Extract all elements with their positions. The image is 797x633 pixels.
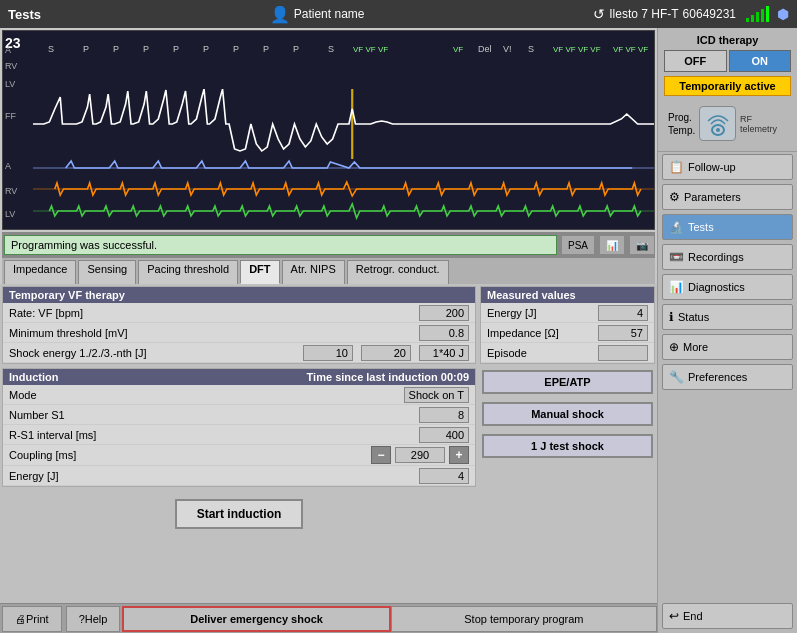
stop-program-button[interactable]: Stop temporary program bbox=[391, 606, 657, 632]
parameters-label: Parameters bbox=[684, 191, 741, 203]
end-label: End bbox=[683, 610, 703, 622]
svg-text:P: P bbox=[263, 44, 269, 54]
svg-text:VF: VF bbox=[453, 45, 463, 54]
print-button[interactable]: 🖨 Print bbox=[2, 606, 62, 632]
start-induction-container: Start induction bbox=[2, 491, 476, 537]
status-icons: ⬢ bbox=[746, 6, 789, 22]
coupling-value: 290 bbox=[395, 447, 445, 463]
svg-text:VF VF VF VF: VF VF VF VF bbox=[553, 45, 601, 54]
svg-text:VF VF VF: VF VF VF bbox=[613, 45, 648, 54]
svg-text:P: P bbox=[293, 44, 299, 54]
icd-on-button[interactable]: ON bbox=[729, 50, 792, 72]
prog-label: Prog. bbox=[668, 112, 695, 123]
vf-therapy-section: Temporary VF therapy Rate: VF [bpm] 200 … bbox=[2, 286, 476, 364]
shock-energy-3: 1*40 J bbox=[419, 345, 469, 361]
app-title: Tests bbox=[8, 7, 41, 22]
device-model: Ilesto 7 HF-T bbox=[609, 7, 678, 21]
shock-energy-row: Shock energy 1./2./3.-nth [J] 10 20 1*40… bbox=[3, 343, 475, 363]
coupling-controls: − 290 + bbox=[371, 446, 469, 464]
tests-button[interactable]: 🔬 Tests bbox=[662, 214, 793, 240]
svg-text:P: P bbox=[173, 44, 179, 54]
tab-dft[interactable]: DFT bbox=[240, 260, 279, 284]
status-bar: Programming was successful. PSA 📊 📷 bbox=[2, 232, 655, 258]
svg-text:VF VF VF: VF VF VF bbox=[353, 45, 388, 54]
svg-text:P: P bbox=[203, 44, 209, 54]
right-content: Measured values Energy [J] 4 Impedance [… bbox=[480, 286, 655, 601]
preferences-button[interactable]: 🔧 Preferences bbox=[662, 364, 793, 390]
svg-text:Del: Del bbox=[478, 44, 492, 54]
tab-pacing-threshold[interactable]: Pacing threshold bbox=[138, 260, 238, 284]
mode-row: Mode Shock on T bbox=[3, 385, 475, 405]
tests-icon: 🔬 bbox=[669, 220, 684, 234]
recordings-button[interactable]: 📼 Recordings bbox=[662, 244, 793, 270]
measured-values-section: Measured values Energy [J] 4 Impedance [… bbox=[480, 286, 655, 364]
energy-row: Energy [J] 4 bbox=[3, 466, 475, 486]
measured-energy-row: Energy [J] 4 bbox=[481, 303, 654, 323]
measured-impedance-row: Impedance [Ω] 57 bbox=[481, 323, 654, 343]
bluetooth-icon: ⬢ bbox=[777, 6, 789, 22]
rate-label: Rate: VF [bpm] bbox=[9, 307, 419, 319]
more-button[interactable]: ⊕ More bbox=[662, 334, 793, 360]
more-label: More bbox=[683, 341, 708, 353]
follow-up-button[interactable]: 📋 Follow-up bbox=[662, 154, 793, 180]
diagnostics-button[interactable]: 📊 Diagnostics bbox=[662, 274, 793, 300]
start-induction-button[interactable]: Start induction bbox=[175, 499, 304, 529]
chart-button[interactable]: 📊 bbox=[599, 235, 625, 255]
status-text: Programming was successful. bbox=[11, 239, 157, 251]
tab-sensing[interactable]: Sensing bbox=[78, 260, 136, 284]
end-icon: ↩ bbox=[669, 609, 679, 623]
icd-off-button[interactable]: OFF bbox=[664, 50, 727, 72]
measured-impedance-value: 57 bbox=[598, 325, 648, 341]
test-shock-button[interactable]: 1 J test shock bbox=[482, 434, 653, 458]
left-panel: 23 A RV LV FF A RV LV S P P P P P P bbox=[0, 28, 657, 633]
shock-energy-1: 10 bbox=[303, 345, 353, 361]
shock-energy-values: 10 20 1*40 J bbox=[303, 345, 469, 361]
svg-point-23 bbox=[716, 128, 720, 132]
rate-row: Rate: VF [bpm] 200 bbox=[3, 303, 475, 323]
parameters-button[interactable]: ⚙ Parameters bbox=[662, 184, 793, 210]
svg-text:S: S bbox=[48, 44, 54, 54]
psa-button[interactable]: PSA bbox=[561, 235, 595, 255]
camera-button[interactable]: 📷 bbox=[629, 235, 655, 255]
patient-info: 👤 Patient name bbox=[51, 5, 583, 24]
icd-toggle-group: OFF ON bbox=[664, 50, 791, 72]
coupling-plus-button[interactable]: + bbox=[449, 446, 469, 464]
svg-text:P: P bbox=[83, 44, 89, 54]
induction-section: Induction Time since last induction 00:0… bbox=[2, 368, 476, 487]
svg-text:V!: V! bbox=[503, 44, 512, 54]
coupling-label: Coupling [ms] bbox=[9, 449, 371, 461]
status-icon: ℹ bbox=[669, 310, 674, 324]
mode-label: Mode bbox=[9, 389, 404, 401]
tab-atr-nips[interactable]: Atr. NIPS bbox=[282, 260, 345, 284]
end-button[interactable]: ↩ End bbox=[662, 603, 793, 629]
tab-retrograde[interactable]: Retrogr. conduct. bbox=[347, 260, 449, 284]
mode-value: Shock on T bbox=[404, 387, 469, 403]
coupling-minus-button[interactable]: − bbox=[371, 446, 391, 464]
svg-text:P: P bbox=[143, 44, 149, 54]
rf-telemetry-icon[interactable] bbox=[699, 106, 736, 141]
epe-atp-button[interactable]: EPE/ATP bbox=[482, 370, 653, 394]
measured-impedance-label: Impedance [Ω] bbox=[487, 327, 598, 339]
parameters-icon: ⚙ bbox=[669, 190, 680, 204]
device-id: 60649231 bbox=[683, 7, 736, 21]
measured-values-title: Measured values bbox=[487, 289, 576, 301]
status-button[interactable]: ℹ Status bbox=[662, 304, 793, 330]
bottom-bar: 🖨 Print ? Help Deliver emergency shock S… bbox=[0, 603, 657, 633]
tab-impedance[interactable]: Impedance bbox=[4, 260, 76, 284]
more-icon: ⊕ bbox=[669, 340, 679, 354]
device-info: ↺ Ilesto 7 HF-T 60649231 bbox=[593, 6, 736, 22]
diagnostics-label: Diagnostics bbox=[688, 281, 745, 293]
help-button[interactable]: ? Help bbox=[66, 606, 121, 632]
rs1-value: 400 bbox=[419, 427, 469, 443]
measured-energy-label: Energy [J] bbox=[487, 307, 598, 319]
min-threshold-label: Minimum threshold [mV] bbox=[9, 327, 419, 339]
diagnostics-icon: 📊 bbox=[669, 280, 684, 294]
emergency-shock-button[interactable]: Deliver emergency shock bbox=[122, 606, 390, 632]
svg-text:S: S bbox=[328, 44, 334, 54]
right-sidebar: ICD therapy OFF ON Temporarily active Pr… bbox=[657, 28, 797, 633]
shock-energy-label: Shock energy 1./2./3.-nth [J] bbox=[9, 347, 303, 359]
rs1-label: R-S1 interval [ms] bbox=[9, 429, 419, 441]
manual-shock-button[interactable]: Manual shock bbox=[482, 402, 653, 426]
number-s1-value: 8 bbox=[419, 407, 469, 423]
energy-label: Energy [J] bbox=[9, 470, 419, 482]
